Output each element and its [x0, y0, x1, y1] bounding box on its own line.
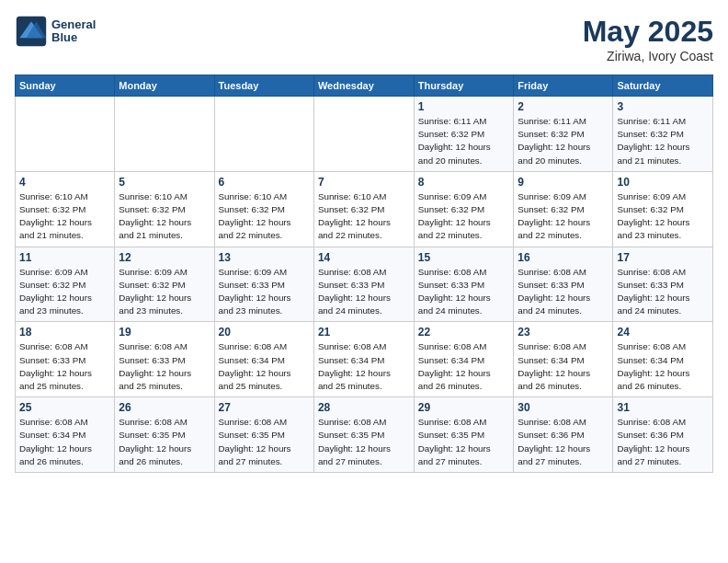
weekday-header-sunday: Sunday [16, 75, 115, 97]
calendar-cell: 6Sunrise: 6:10 AM Sunset: 6:32 PM Daylig… [214, 171, 313, 247]
day-info: Sunrise: 6:11 AM Sunset: 6:32 PM Dayligh… [418, 115, 510, 167]
day-number: 15 [418, 251, 510, 264]
calendar-table: SundayMondayTuesdayWednesdayThursdayFrid… [15, 75, 713, 473]
calendar-cell: 22Sunrise: 6:08 AM Sunset: 6:34 PM Dayli… [414, 322, 514, 397]
day-number: 27 [219, 401, 310, 414]
day-info: Sunrise: 6:11 AM Sunset: 6:32 PM Dayligh… [617, 115, 709, 167]
calendar-cell: 16Sunrise: 6:08 AM Sunset: 6:33 PM Dayli… [514, 247, 613, 322]
calendar-header: SundayMondayTuesdayWednesdayThursdayFrid… [16, 75, 713, 97]
day-info: Sunrise: 6:08 AM Sunset: 6:35 PM Dayligh… [119, 416, 210, 468]
calendar-cell: 1Sunrise: 6:11 AM Sunset: 6:32 PM Daylig… [414, 97, 514, 172]
calendar-week-row: 1Sunrise: 6:11 AM Sunset: 6:32 PM Daylig… [16, 97, 713, 172]
calendar-cell: 4Sunrise: 6:10 AM Sunset: 6:32 PM Daylig… [16, 171, 115, 247]
day-info: Sunrise: 6:08 AM Sunset: 6:35 PM Dayligh… [219, 416, 310, 468]
day-info: Sunrise: 6:09 AM Sunset: 6:32 PM Dayligh… [19, 266, 110, 318]
weekday-header-thursday: Thursday [414, 75, 514, 97]
calendar-week-row: 11Sunrise: 6:09 AM Sunset: 6:32 PM Dayli… [16, 247, 713, 322]
calendar-cell: 26Sunrise: 6:08 AM Sunset: 6:35 PM Dayli… [115, 397, 214, 473]
calendar-cell: 7Sunrise: 6:10 AM Sunset: 6:32 PM Daylig… [313, 171, 414, 247]
day-number: 16 [518, 251, 609, 264]
day-number: 9 [518, 176, 609, 189]
logo-text: General Blue [51, 18, 96, 45]
day-number: 4 [19, 176, 110, 189]
calendar-cell: 14Sunrise: 6:08 AM Sunset: 6:33 PM Dayli… [313, 247, 414, 322]
calendar-cell: 8Sunrise: 6:09 AM Sunset: 6:32 PM Daylig… [414, 171, 514, 247]
day-number: 2 [518, 100, 609, 113]
day-number: 17 [617, 251, 709, 264]
day-info: Sunrise: 6:09 AM Sunset: 6:33 PM Dayligh… [219, 266, 310, 318]
day-number: 20 [219, 326, 310, 339]
calendar-cell: 11Sunrise: 6:09 AM Sunset: 6:32 PM Dayli… [16, 247, 115, 322]
day-number: 5 [119, 176, 210, 189]
day-info: Sunrise: 6:08 AM Sunset: 6:33 PM Dayligh… [19, 340, 110, 393]
calendar-cell: 17Sunrise: 6:08 AM Sunset: 6:33 PM Dayli… [613, 247, 713, 322]
calendar-cell: 23Sunrise: 6:08 AM Sunset: 6:34 PM Dayli… [514, 322, 613, 397]
weekday-header-monday: Monday [115, 75, 214, 97]
day-info: Sunrise: 6:10 AM Sunset: 6:32 PM Dayligh… [119, 190, 210, 243]
day-number: 29 [418, 401, 510, 414]
calendar-cell [16, 97, 115, 172]
calendar-cell: 29Sunrise: 6:08 AM Sunset: 6:35 PM Dayli… [414, 397, 514, 473]
day-number: 10 [617, 176, 709, 189]
day-info: Sunrise: 6:08 AM Sunset: 6:33 PM Dayligh… [418, 266, 510, 318]
day-info: Sunrise: 6:09 AM Sunset: 6:32 PM Dayligh… [418, 190, 510, 243]
calendar-cell: 3Sunrise: 6:11 AM Sunset: 6:32 PM Daylig… [613, 97, 713, 172]
day-info: Sunrise: 6:08 AM Sunset: 6:36 PM Dayligh… [617, 416, 709, 468]
calendar-cell: 28Sunrise: 6:08 AM Sunset: 6:35 PM Dayli… [313, 397, 414, 473]
day-info: Sunrise: 6:10 AM Sunset: 6:32 PM Dayligh… [219, 190, 310, 243]
calendar-week-row: 4Sunrise: 6:10 AM Sunset: 6:32 PM Daylig… [16, 171, 713, 247]
day-number: 13 [219, 251, 310, 264]
day-number: 31 [617, 401, 709, 414]
day-info: Sunrise: 6:09 AM Sunset: 6:32 PM Dayligh… [518, 190, 609, 243]
calendar-cell: 24Sunrise: 6:08 AM Sunset: 6:34 PM Dayli… [613, 322, 713, 397]
day-info: Sunrise: 6:08 AM Sunset: 6:34 PM Dayligh… [219, 340, 310, 393]
calendar-cell: 9Sunrise: 6:09 AM Sunset: 6:32 PM Daylig… [514, 171, 613, 247]
calendar-cell: 18Sunrise: 6:08 AM Sunset: 6:33 PM Dayli… [16, 322, 115, 397]
day-info: Sunrise: 6:08 AM Sunset: 6:33 PM Dayligh… [518, 266, 609, 318]
calendar-cell: 15Sunrise: 6:08 AM Sunset: 6:33 PM Dayli… [414, 247, 514, 322]
calendar-cell [313, 97, 414, 172]
logo: General Blue [15, 15, 96, 48]
day-info: Sunrise: 6:08 AM Sunset: 6:34 PM Dayligh… [318, 340, 410, 393]
calendar-cell: 2Sunrise: 6:11 AM Sunset: 6:32 PM Daylig… [514, 97, 613, 172]
day-number: 6 [219, 176, 310, 189]
calendar-cell: 12Sunrise: 6:09 AM Sunset: 6:32 PM Dayli… [115, 247, 214, 322]
calendar-cell [115, 97, 214, 172]
day-number: 24 [617, 326, 709, 339]
day-info: Sunrise: 6:10 AM Sunset: 6:32 PM Dayligh… [19, 190, 110, 243]
calendar-cell: 5Sunrise: 6:10 AM Sunset: 6:32 PM Daylig… [115, 171, 214, 247]
weekday-header-friday: Friday [514, 75, 613, 97]
calendar-cell: 21Sunrise: 6:08 AM Sunset: 6:34 PM Dayli… [313, 322, 414, 397]
weekday-header-row: SundayMondayTuesdayWednesdayThursdayFrid… [16, 75, 713, 97]
calendar-week-row: 18Sunrise: 6:08 AM Sunset: 6:33 PM Dayli… [16, 322, 713, 397]
day-number: 30 [518, 401, 609, 414]
logo-line2: Blue [51, 31, 96, 44]
calendar-cell: 10Sunrise: 6:09 AM Sunset: 6:32 PM Dayli… [613, 171, 713, 247]
day-info: Sunrise: 6:08 AM Sunset: 6:35 PM Dayligh… [318, 416, 410, 468]
day-info: Sunrise: 6:08 AM Sunset: 6:34 PM Dayligh… [19, 416, 110, 468]
day-info: Sunrise: 6:08 AM Sunset: 6:34 PM Dayligh… [518, 340, 609, 393]
calendar-cell: 25Sunrise: 6:08 AM Sunset: 6:34 PM Dayli… [16, 397, 115, 473]
day-info: Sunrise: 6:08 AM Sunset: 6:34 PM Dayligh… [418, 340, 510, 393]
day-info: Sunrise: 6:08 AM Sunset: 6:33 PM Dayligh… [617, 266, 709, 318]
logo-line1: General [51, 18, 96, 31]
day-number: 8 [418, 176, 510, 189]
day-info: Sunrise: 6:08 AM Sunset: 6:33 PM Dayligh… [318, 266, 410, 318]
day-number: 3 [617, 100, 709, 113]
calendar-cell: 27Sunrise: 6:08 AM Sunset: 6:35 PM Dayli… [214, 397, 313, 473]
weekday-header-wednesday: Wednesday [313, 75, 414, 97]
day-number: 26 [119, 401, 210, 414]
day-number: 21 [318, 326, 410, 339]
day-number: 25 [19, 401, 110, 414]
calendar-cell: 31Sunrise: 6:08 AM Sunset: 6:36 PM Dayli… [613, 397, 713, 473]
calendar-cell: 30Sunrise: 6:08 AM Sunset: 6:36 PM Dayli… [514, 397, 613, 473]
day-info: Sunrise: 6:11 AM Sunset: 6:32 PM Dayligh… [518, 115, 609, 167]
day-info: Sunrise: 6:09 AM Sunset: 6:32 PM Dayligh… [119, 266, 210, 318]
day-number: 1 [418, 100, 510, 113]
day-info: Sunrise: 6:09 AM Sunset: 6:32 PM Dayligh… [617, 190, 709, 243]
day-number: 23 [518, 326, 609, 339]
calendar-cell: 20Sunrise: 6:08 AM Sunset: 6:34 PM Dayli… [214, 322, 313, 397]
weekday-header-saturday: Saturday [613, 75, 713, 97]
calendar-week-row: 25Sunrise: 6:08 AM Sunset: 6:34 PM Dayli… [16, 397, 713, 473]
title-block: May 2025 Ziriwa, Ivory Coast [583, 15, 713, 63]
